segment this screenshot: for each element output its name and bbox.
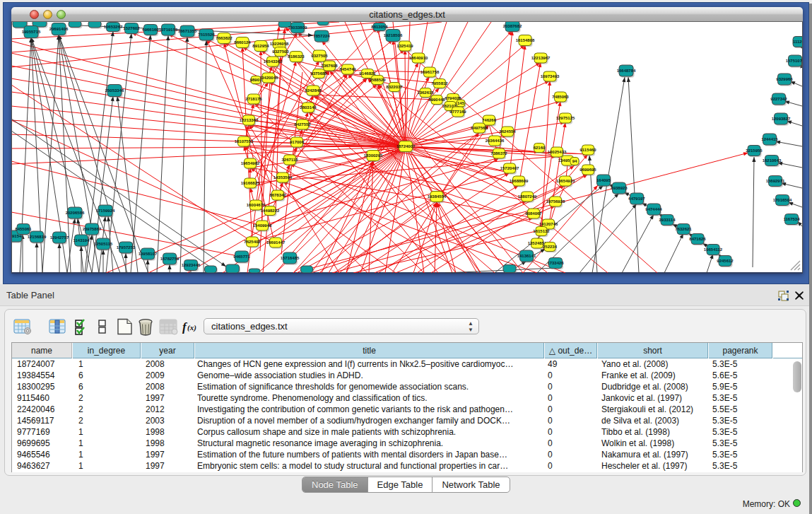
svg-text:15751074: 15751074 bbox=[786, 59, 802, 63]
svg-text:11120: 11120 bbox=[793, 40, 802, 44]
svg-text:8678342: 8678342 bbox=[269, 193, 286, 197]
svg-text:19218506: 19218506 bbox=[384, 33, 403, 37]
svg-text:13654923: 13654923 bbox=[556, 179, 575, 183]
svg-text:16033809: 16033809 bbox=[288, 25, 307, 30]
svg-text:9115460: 9115460 bbox=[579, 148, 596, 152]
svg-text:15692971: 15692971 bbox=[766, 179, 785, 183]
svg-text:8186323: 8186323 bbox=[288, 54, 305, 59]
svg-text:3624554: 3624554 bbox=[499, 129, 516, 134]
svg-text:10688609: 10688609 bbox=[510, 179, 529, 183]
svg-text:10973493: 10973493 bbox=[541, 74, 560, 78]
svg-text:17957253: 17957253 bbox=[117, 245, 136, 250]
svg-text:7632621: 7632621 bbox=[675, 227, 692, 231]
svg-text:18807249: 18807249 bbox=[518, 194, 537, 199]
svg-text:9227342: 9227342 bbox=[770, 97, 787, 101]
svg-text:8454749: 8454749 bbox=[339, 67, 356, 71]
svg-text:9327505: 9327505 bbox=[311, 54, 328, 58]
svg-text:746266: 746266 bbox=[482, 118, 497, 122]
svg-text:7663822: 7663822 bbox=[216, 36, 233, 40]
svg-text:12093827: 12093827 bbox=[772, 117, 791, 121]
svg-text:8427552: 8427552 bbox=[294, 122, 311, 127]
svg-text:16782759: 16782759 bbox=[160, 257, 180, 261]
svg-text:7515526: 7515526 bbox=[198, 33, 215, 37]
svg-text:1588520: 1588520 bbox=[369, 78, 386, 82]
svg-text:2367608: 2367608 bbox=[321, 64, 338, 68]
svg-text:2933114: 2933114 bbox=[659, 218, 676, 222]
svg-text:19756928: 19756928 bbox=[546, 199, 565, 204]
svg-text:9375685: 9375685 bbox=[310, 71, 327, 76]
svg-text:6966160: 6966160 bbox=[142, 28, 159, 32]
svg-text:19055715: 19055715 bbox=[22, 30, 41, 34]
svg-text:20387682: 20387682 bbox=[503, 24, 522, 28]
svg-text:8322037: 8322037 bbox=[386, 85, 403, 89]
svg-text:7857224: 7857224 bbox=[313, 34, 330, 38]
svg-text:12942757: 12942757 bbox=[50, 235, 69, 240]
svg-text:15720407: 15720407 bbox=[500, 166, 519, 170]
svg-text:98901: 98901 bbox=[250, 78, 262, 82]
svg-text:8455061: 8455061 bbox=[15, 227, 32, 231]
svg-text:6497568: 6497568 bbox=[471, 126, 488, 130]
svg-text:13226058: 13226058 bbox=[270, 42, 289, 46]
svg-text:8990448: 8990448 bbox=[428, 98, 445, 102]
svg-text:10653267: 10653267 bbox=[104, 25, 123, 29]
svg-text:12923446: 12923446 bbox=[182, 263, 201, 267]
svg-text:1143194: 1143194 bbox=[73, 238, 90, 243]
svg-text:2803144: 2803144 bbox=[300, 105, 317, 110]
svg-text:145: 145 bbox=[457, 101, 465, 105]
svg-text:6479197: 6479197 bbox=[628, 197, 645, 201]
svg-text:16691447: 16691447 bbox=[266, 240, 286, 245]
svg-text:9329966: 9329966 bbox=[776, 77, 793, 81]
svg-text:10654112: 10654112 bbox=[704, 247, 723, 252]
svg-text:9084067: 9084067 bbox=[525, 211, 542, 216]
svg-text:9474444: 9474444 bbox=[645, 207, 662, 211]
svg-text:14136141: 14136141 bbox=[517, 254, 536, 258]
svg-text:16154808: 16154808 bbox=[516, 38, 535, 42]
svg-text:15716485: 15716485 bbox=[281, 256, 300, 260]
svg-text:9699695: 9699695 bbox=[579, 168, 596, 172]
svg-text:16961758: 16961758 bbox=[420, 70, 440, 74]
svg-text:3215955: 3215955 bbox=[746, 148, 763, 153]
svg-text:8813054: 8813054 bbox=[371, 25, 388, 29]
svg-text:20206586: 20206586 bbox=[66, 211, 85, 215]
svg-text:7485063: 7485063 bbox=[552, 95, 569, 99]
svg-text:23420046: 23420046 bbox=[259, 76, 278, 80]
svg-text:16210643: 16210643 bbox=[763, 158, 782, 163]
svg-text:8471626: 8471626 bbox=[689, 237, 706, 241]
svg-text:15409948: 15409948 bbox=[253, 223, 272, 228]
svg-text:3267110: 3267110 bbox=[281, 158, 298, 162]
svg-text:94: 94 bbox=[572, 159, 577, 163]
svg-text:18300295: 18300295 bbox=[364, 153, 383, 158]
svg-text:18724007: 18724007 bbox=[396, 144, 416, 148]
svg-text:12213967: 12213967 bbox=[531, 56, 551, 60]
svg-text:9327503: 9327503 bbox=[272, 49, 289, 54]
svg-text:20691406: 20691406 bbox=[49, 27, 69, 31]
svg-text:19166825: 19166825 bbox=[241, 181, 260, 185]
svg-text:19384554: 19384554 bbox=[428, 194, 447, 199]
svg-text:8938923: 8938923 bbox=[611, 186, 628, 190]
svg-text:7386372: 7386372 bbox=[490, 151, 507, 156]
svg-text:17016504: 17016504 bbox=[773, 198, 792, 202]
svg-text:917006: 917006 bbox=[290, 140, 305, 144]
svg-text:252234: 252234 bbox=[543, 245, 558, 249]
svg-text:9777169: 9777169 bbox=[449, 110, 466, 114]
svg-text:12505115: 12505115 bbox=[94, 242, 113, 246]
svg-text:23975867: 23975867 bbox=[83, 227, 102, 231]
svg-text:1167534: 1167534 bbox=[783, 217, 800, 221]
svg-text:1325419: 1325419 bbox=[396, 44, 413, 48]
svg-text:12213363: 12213363 bbox=[240, 118, 259, 122]
svg-text:14498222: 14498222 bbox=[261, 209, 280, 213]
svg-text:10958107: 10958107 bbox=[139, 252, 158, 256]
svg-text:(x): (x) bbox=[187, 323, 196, 332]
svg-text:14120746: 14120746 bbox=[539, 222, 558, 226]
svg-text:62160: 62160 bbox=[534, 146, 546, 150]
svg-text:9465771: 9465771 bbox=[233, 255, 250, 259]
svg-text:9245612: 9245612 bbox=[717, 259, 734, 263]
svg-text:14353594: 14353594 bbox=[273, 175, 293, 180]
svg-text:20364436: 20364436 bbox=[486, 139, 505, 143]
svg-text:9242848: 9242848 bbox=[305, 88, 322, 93]
svg-text:25053346: 25053346 bbox=[105, 88, 124, 93]
svg-text:18640910: 18640910 bbox=[409, 56, 428, 60]
svg-text:1527602: 1527602 bbox=[123, 26, 140, 30]
svg-text:1244415: 1244415 bbox=[761, 137, 778, 141]
svg-text:12975125: 12975125 bbox=[556, 116, 575, 120]
